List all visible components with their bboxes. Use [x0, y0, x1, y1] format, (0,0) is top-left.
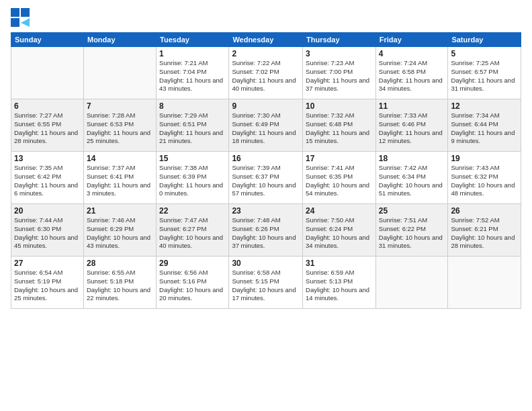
calendar-cell: 26Sunrise: 7:52 AM Sunset: 6:21 PM Dayli… [448, 204, 521, 257]
day-number: 21 [87, 206, 153, 216]
day-info: Sunrise: 7:28 AM Sunset: 6:53 PM Dayligh… [87, 111, 153, 146]
calendar-cell: 23Sunrise: 7:48 AM Sunset: 6:26 PM Dayli… [229, 204, 303, 257]
calendar-week-3: 13Sunrise: 7:35 AM Sunset: 6:42 PM Dayli… [11, 152, 521, 204]
calendar-cell: 2Sunrise: 7:22 AM Sunset: 7:02 PM Daylig… [229, 47, 303, 99]
day-info: Sunrise: 6:56 AM Sunset: 5:16 PM Dayligh… [159, 269, 226, 303]
svg-rect-1 [21, 8, 30, 17]
day-number: 13 [14, 154, 81, 163]
calendar-cell: 18Sunrise: 7:42 AM Sunset: 6:34 PM Dayli… [375, 152, 448, 204]
calendar-week-2: 6Sunrise: 7:27 AM Sunset: 6:55 PM Daylig… [11, 99, 521, 152]
day-number: 18 [379, 154, 445, 163]
day-info: Sunrise: 7:21 AM Sunset: 7:04 PM Dayligh… [159, 59, 226, 93]
day-info: Sunrise: 7:52 AM Sunset: 6:21 PM Dayligh… [451, 216, 518, 250]
day-info: Sunrise: 7:24 AM Sunset: 6:58 PM Dayligh… [379, 59, 445, 93]
page: SundayMondayTuesdayWednesdayThursdayFrid… [0, 0, 532, 411]
day-info: Sunrise: 7:23 AM Sunset: 7:00 PM Dayligh… [306, 59, 373, 93]
day-info: Sunrise: 7:30 AM Sunset: 6:49 PM Dayligh… [232, 111, 300, 146]
weekday-header-tuesday: Tuesday [157, 33, 229, 47]
day-info: Sunrise: 7:41 AM Sunset: 6:35 PM Dayligh… [306, 164, 373, 198]
day-number: 9 [232, 101, 300, 111]
day-number: 25 [379, 206, 445, 216]
day-info: Sunrise: 7:38 AM Sunset: 6:39 PM Dayligh… [159, 164, 226, 198]
calendar-week-4: 20Sunrise: 7:44 AM Sunset: 6:30 PM Dayli… [11, 204, 521, 257]
day-info: Sunrise: 7:42 AM Sunset: 6:34 PM Dayligh… [379, 164, 445, 198]
day-number: 31 [306, 259, 373, 268]
calendar-cell: 9Sunrise: 7:30 AM Sunset: 6:49 PM Daylig… [229, 99, 303, 152]
day-info: Sunrise: 7:27 AM Sunset: 6:55 PM Dayligh… [14, 111, 81, 146]
header-row: SundayMondayTuesdayWednesdayThursdayFrid… [11, 33, 521, 47]
day-info: Sunrise: 7:39 AM Sunset: 6:37 PM Dayligh… [232, 164, 300, 198]
weekday-header-wednesday: Wednesday [229, 33, 303, 47]
calendar-cell: 22Sunrise: 7:47 AM Sunset: 6:27 PM Dayli… [157, 204, 229, 257]
weekday-header-thursday: Thursday [303, 33, 376, 47]
day-info: Sunrise: 7:50 AM Sunset: 6:24 PM Dayligh… [306, 216, 373, 250]
calendar-cell [11, 47, 84, 99]
svg-marker-3 [21, 18, 30, 27]
day-info: Sunrise: 7:22 AM Sunset: 7:02 PM Dayligh… [232, 59, 300, 93]
calendar-cell: 3Sunrise: 7:23 AM Sunset: 7:00 PM Daylig… [303, 47, 376, 99]
weekday-header-sunday: Sunday [11, 33, 84, 47]
calendar-cell: 12Sunrise: 7:34 AM Sunset: 6:44 PM Dayli… [448, 99, 521, 152]
day-info: Sunrise: 7:46 AM Sunset: 6:29 PM Dayligh… [87, 216, 153, 250]
day-number: 19 [451, 154, 518, 163]
calendar-cell: 13Sunrise: 7:35 AM Sunset: 6:42 PM Dayli… [11, 152, 84, 204]
day-number: 16 [232, 154, 300, 163]
day-number: 7 [87, 101, 153, 111]
logo [11, 8, 31, 27]
calendar-cell: 30Sunrise: 6:58 AM Sunset: 5:15 PM Dayli… [229, 257, 303, 309]
day-info: Sunrise: 7:34 AM Sunset: 6:44 PM Dayligh… [451, 111, 518, 146]
day-number: 20 [14, 206, 81, 216]
calendar-cell [83, 47, 156, 99]
day-number: 14 [87, 154, 153, 163]
calendar-body: 1Sunrise: 7:21 AM Sunset: 7:04 PM Daylig… [11, 47, 521, 309]
day-number: 3 [306, 49, 373, 58]
calendar-week-1: 1Sunrise: 7:21 AM Sunset: 7:04 PM Daylig… [11, 47, 521, 99]
day-info: Sunrise: 7:33 AM Sunset: 6:46 PM Dayligh… [379, 111, 445, 146]
calendar-cell: 16Sunrise: 7:39 AM Sunset: 6:37 PM Dayli… [229, 152, 303, 204]
day-info: Sunrise: 6:54 AM Sunset: 5:19 PM Dayligh… [14, 269, 81, 303]
calendar-cell: 11Sunrise: 7:33 AM Sunset: 6:46 PM Dayli… [375, 99, 448, 152]
day-info: Sunrise: 7:32 AM Sunset: 6:48 PM Dayligh… [306, 111, 373, 146]
calendar-cell: 25Sunrise: 7:51 AM Sunset: 6:22 PM Dayli… [375, 204, 448, 257]
day-info: Sunrise: 6:58 AM Sunset: 5:15 PM Dayligh… [232, 269, 300, 303]
calendar-header: SundayMondayTuesdayWednesdayThursdayFrid… [11, 33, 521, 47]
header [11, 8, 521, 27]
day-number: 4 [379, 49, 445, 58]
day-number: 2 [232, 49, 300, 58]
day-number: 5 [451, 49, 518, 58]
day-info: Sunrise: 7:29 AM Sunset: 6:51 PM Dayligh… [159, 111, 226, 146]
calendar-cell: 17Sunrise: 7:41 AM Sunset: 6:35 PM Dayli… [303, 152, 376, 204]
calendar-cell: 21Sunrise: 7:46 AM Sunset: 6:29 PM Dayli… [83, 204, 156, 257]
day-number: 26 [451, 206, 518, 216]
day-info: Sunrise: 7:25 AM Sunset: 6:57 PM Dayligh… [451, 59, 518, 93]
calendar-cell: 31Sunrise: 6:59 AM Sunset: 5:13 PM Dayli… [303, 257, 376, 309]
day-number: 6 [14, 101, 81, 111]
logo-icon [11, 8, 30, 27]
calendar-cell: 27Sunrise: 6:54 AM Sunset: 5:19 PM Dayli… [11, 257, 84, 309]
day-info: Sunrise: 7:51 AM Sunset: 6:22 PM Dayligh… [379, 216, 445, 250]
day-number: 24 [306, 206, 373, 216]
calendar-cell: 8Sunrise: 7:29 AM Sunset: 6:51 PM Daylig… [157, 99, 229, 152]
calendar-week-5: 27Sunrise: 6:54 AM Sunset: 5:19 PM Dayli… [11, 257, 521, 309]
calendar-cell: 4Sunrise: 7:24 AM Sunset: 6:58 PM Daylig… [375, 47, 448, 99]
day-number: 22 [159, 206, 226, 216]
day-info: Sunrise: 7:35 AM Sunset: 6:42 PM Dayligh… [14, 164, 81, 198]
weekday-header-monday: Monday [83, 33, 156, 47]
day-number: 1 [159, 49, 226, 58]
day-number: 29 [159, 259, 226, 268]
calendar-cell: 6Sunrise: 7:27 AM Sunset: 6:55 PM Daylig… [11, 99, 84, 152]
day-info: Sunrise: 7:48 AM Sunset: 6:26 PM Dayligh… [232, 216, 300, 250]
day-number: 11 [379, 101, 445, 111]
calendar-cell: 10Sunrise: 7:32 AM Sunset: 6:48 PM Dayli… [303, 99, 376, 152]
day-number: 30 [232, 259, 300, 268]
day-number: 17 [306, 154, 373, 163]
calendar-cell: 28Sunrise: 6:55 AM Sunset: 5:18 PM Dayli… [83, 257, 156, 309]
calendar-cell: 14Sunrise: 7:37 AM Sunset: 6:41 PM Dayli… [83, 152, 156, 204]
day-info: Sunrise: 7:37 AM Sunset: 6:41 PM Dayligh… [87, 164, 153, 198]
day-number: 27 [14, 259, 81, 268]
weekday-header-friday: Friday [375, 33, 448, 47]
day-number: 8 [159, 101, 226, 111]
day-info: Sunrise: 6:59 AM Sunset: 5:13 PM Dayligh… [306, 269, 373, 303]
calendar-table: SundayMondayTuesdayWednesdayThursdayFrid… [11, 32, 521, 309]
calendar-cell: 24Sunrise: 7:50 AM Sunset: 6:24 PM Dayli… [303, 204, 376, 257]
